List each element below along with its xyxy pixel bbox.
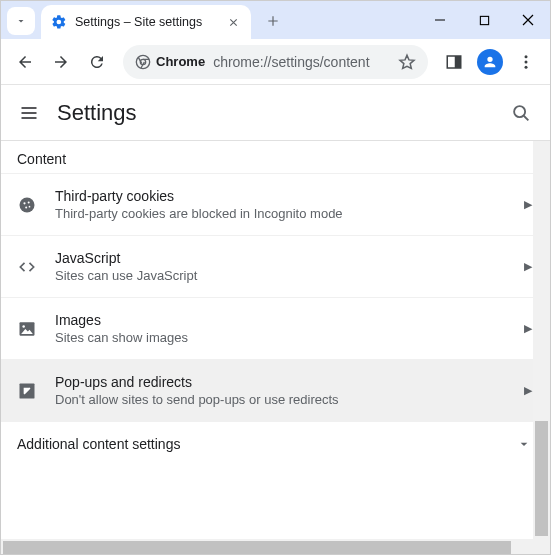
chrome-chip-label: Chrome: [156, 54, 205, 69]
content-section-label: Content: [1, 141, 550, 173]
reload-icon: [88, 53, 106, 71]
person-icon: [482, 54, 498, 70]
svg-rect-0: [480, 16, 488, 24]
url-text: chrome://settings/content: [213, 54, 390, 70]
tab-search-button[interactable]: [7, 7, 35, 35]
horizontal-scrollbar[interactable]: [1, 539, 533, 555]
svg-point-1: [136, 55, 149, 68]
scroll-corner: [533, 539, 550, 555]
vertical-scroll-thumb[interactable]: [535, 421, 548, 536]
vertical-scrollbar[interactable]: [533, 141, 550, 539]
arrow-left-icon: [16, 53, 34, 71]
svg-point-11: [28, 201, 30, 203]
arrow-right-icon: [52, 53, 70, 71]
chevron-down-icon: [516, 436, 532, 452]
svg-point-13: [29, 205, 31, 207]
new-tab-button[interactable]: [259, 7, 287, 35]
row-subtitle: Sites can show images: [55, 330, 506, 345]
row-title: Third-party cookies: [55, 188, 506, 204]
chevron-right-icon: ▶: [524, 322, 532, 335]
row-title: JavaScript: [55, 250, 506, 266]
address-bar[interactable]: Chrome chrome://settings/content: [123, 45, 428, 79]
setting-row-cookies[interactable]: Third-party cookies Third-party cookies …: [1, 173, 550, 235]
row-subtitle: Don't allow sites to send pop-ups or use…: [55, 392, 506, 407]
svg-point-6: [525, 60, 528, 63]
setting-row-popups[interactable]: Pop-ups and redirects Don't allow sites …: [1, 359, 550, 421]
chrome-menu-button[interactable]: [510, 46, 542, 78]
svg-point-9: [20, 197, 35, 212]
reload-button[interactable]: [81, 46, 113, 78]
avatar: [477, 49, 503, 75]
tab-close-button[interactable]: [225, 14, 241, 30]
chevron-right-icon: ▶: [524, 384, 532, 397]
additional-content-settings[interactable]: Additional content settings: [1, 421, 550, 466]
minimize-icon: [434, 14, 446, 26]
profile-button[interactable]: [474, 46, 506, 78]
tab-title: Settings – Site settings: [75, 15, 217, 29]
svg-point-10: [23, 202, 25, 204]
svg-rect-4: [455, 56, 461, 68]
forward-button[interactable]: [45, 46, 77, 78]
popup-icon: [17, 381, 37, 401]
row-subtitle: Third-party cookies are blocked in Incog…: [55, 206, 506, 221]
svg-point-12: [25, 206, 27, 208]
chevron-right-icon: ▶: [524, 198, 532, 211]
back-button[interactable]: [9, 46, 41, 78]
row-title: Pop-ups and redirects: [55, 374, 506, 390]
plus-icon: [266, 14, 280, 28]
chrome-logo-icon: [135, 54, 151, 70]
page-title: Settings: [57, 100, 137, 126]
menu-button[interactable]: [19, 103, 43, 123]
row-subtitle: Sites can use JavaScript: [55, 268, 506, 283]
close-icon: [228, 17, 239, 28]
setting-row-javascript[interactable]: JavaScript Sites can use JavaScript ▶: [1, 235, 550, 297]
browser-toolbar: Chrome chrome://settings/content: [1, 39, 550, 85]
image-icon: [17, 319, 37, 339]
star-icon: [398, 53, 416, 71]
code-icon: [17, 257, 37, 277]
window-titlebar: Settings – Site settings: [1, 1, 550, 39]
bookmark-button[interactable]: [398, 53, 416, 71]
maximize-icon: [479, 15, 490, 26]
search-icon: [510, 102, 532, 124]
maximize-button[interactable]: [462, 1, 506, 39]
svg-point-7: [525, 65, 528, 68]
content-scroll: Content Third-party cookies Third-party …: [1, 141, 550, 539]
window-controls: [418, 1, 550, 39]
search-settings-button[interactable]: [510, 102, 532, 124]
hamburger-icon: [19, 103, 39, 123]
row-title: Images: [55, 312, 506, 328]
chevron-down-icon: [15, 15, 27, 27]
content-area: Content Third-party cookies Third-party …: [1, 141, 550, 555]
browser-tab[interactable]: Settings – Site settings: [41, 5, 251, 39]
minimize-button[interactable]: [418, 1, 462, 39]
horizontal-scroll-thumb[interactable]: [3, 541, 511, 554]
cookie-icon: [17, 195, 37, 215]
close-icon: [522, 14, 534, 26]
chevron-right-icon: ▶: [524, 260, 532, 273]
svg-point-15: [22, 325, 25, 328]
additional-label: Additional content settings: [17, 436, 180, 452]
chrome-chip: Chrome: [135, 54, 205, 70]
gear-icon: [51, 14, 67, 30]
svg-point-5: [525, 55, 528, 58]
close-window-button[interactable]: [506, 1, 550, 39]
settings-header: Settings: [1, 85, 550, 141]
side-panel-button[interactable]: [438, 46, 470, 78]
dots-vertical-icon: [517, 53, 535, 71]
panel-icon: [445, 53, 463, 71]
setting-row-images[interactable]: Images Sites can show images ▶: [1, 297, 550, 359]
svg-point-8: [514, 106, 525, 117]
